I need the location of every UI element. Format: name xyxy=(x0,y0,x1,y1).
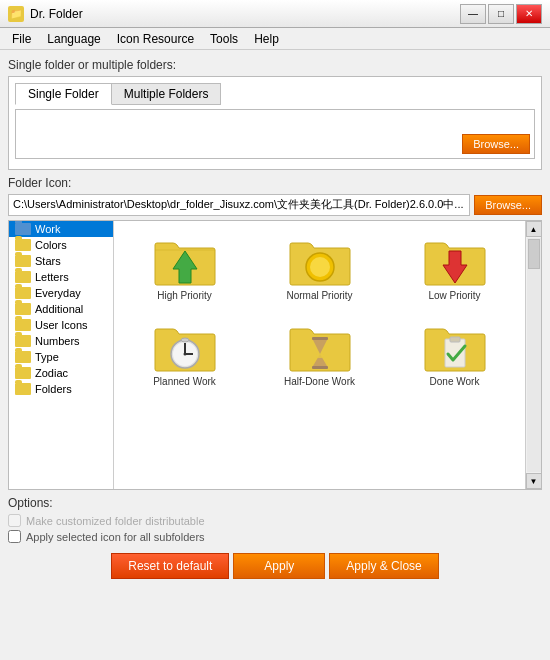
checkbox-subfolders-label: Apply selected icon for all subfolders xyxy=(26,531,205,543)
menu-language[interactable]: Language xyxy=(39,30,108,48)
folder-panel: Single Folder Multiple Folders Browse... xyxy=(8,76,542,170)
maximize-button[interactable]: □ xyxy=(488,4,514,24)
title-bar: 📁 Dr. Folder — □ ✕ xyxy=(0,0,550,28)
icon-normal-priority-label: Normal Priority xyxy=(286,290,352,301)
apply-button[interactable]: Apply xyxy=(233,553,325,579)
icon-normal-priority[interactable]: Normal Priority xyxy=(257,229,382,305)
browse-button-icon[interactable]: Browse... xyxy=(474,195,542,215)
icon-low-priority-label: Low Priority xyxy=(428,290,480,301)
checkbox-distributable[interactable] xyxy=(8,514,21,527)
scroll-up-arrow[interactable]: ▲ xyxy=(526,221,542,237)
icon-half-done-work[interactable]: Half-Done Work xyxy=(257,315,382,391)
menu-file[interactable]: File xyxy=(4,30,39,48)
cat-letters[interactable]: Letters xyxy=(9,269,113,285)
folder-input-area: Browse... xyxy=(15,109,535,159)
icon-planned-work-label: Planned Work xyxy=(153,376,216,387)
icon-half-done-work-label: Half-Done Work xyxy=(284,376,355,387)
icon-high-priority-label: High Priority xyxy=(157,290,211,301)
category-list: Work Colors Stars Letters Everyday Addit… xyxy=(9,221,114,489)
options-label: Options: xyxy=(8,496,542,510)
cat-work[interactable]: Work xyxy=(9,221,113,237)
icon-low-priority[interactable]: Low Priority xyxy=(392,229,517,305)
app-icon: 📁 xyxy=(8,6,24,22)
menu-bar: File Language Icon Resource Tools Help xyxy=(0,28,550,50)
checkbox-distributable-row: Make customized folder distributable xyxy=(8,514,542,527)
folder-section-label: Single folder or multiple folders: xyxy=(8,58,542,72)
menu-help[interactable]: Help xyxy=(246,30,287,48)
icon-done-work[interactable]: Done Work xyxy=(392,315,517,391)
options-section: Options: Make customized folder distribu… xyxy=(8,496,542,543)
cat-type[interactable]: Type xyxy=(9,349,113,365)
svg-point-12 xyxy=(316,354,324,358)
cat-stars[interactable]: Stars xyxy=(9,253,113,269)
svg-rect-14 xyxy=(450,337,460,342)
svg-point-2 xyxy=(310,257,330,277)
checkbox-distributable-label: Make customized folder distributable xyxy=(26,515,205,527)
checkbox-subfolders-row: Apply selected icon for all subfolders xyxy=(8,530,542,543)
scroll-down-arrow[interactable]: ▼ xyxy=(526,473,542,489)
svg-rect-11 xyxy=(312,366,328,369)
icon-path-display: C:\Users\Administrator\Desktop\dr_folder… xyxy=(8,194,470,216)
minimize-button[interactable]: — xyxy=(460,4,486,24)
reset-button[interactable]: Reset to default xyxy=(111,553,229,579)
cat-user-icons[interactable]: User Icons xyxy=(9,317,113,333)
close-button[interactable]: ✕ xyxy=(516,4,542,24)
scrollbar[interactable]: ▲ ▼ xyxy=(525,221,541,489)
icon-done-work-label: Done Work xyxy=(430,376,480,387)
window-title: Dr. Folder xyxy=(30,7,83,21)
svg-point-9 xyxy=(181,338,189,342)
folder-icon-label: Folder Icon: xyxy=(8,176,542,190)
cat-colors[interactable]: Colors xyxy=(9,237,113,253)
icon-planned-work[interactable]: Planned Work xyxy=(122,315,247,391)
browse-button-top[interactable]: Browse... xyxy=(462,134,530,154)
checkbox-subfolders[interactable] xyxy=(8,530,21,543)
cat-numbers[interactable]: Numbers xyxy=(9,333,113,349)
icon-high-priority[interactable]: High Priority xyxy=(122,229,247,305)
icon-grid-wrapper: High Priority Normal Priority xyxy=(114,221,525,489)
cat-folders[interactable]: Folders xyxy=(9,381,113,397)
apply-close-button[interactable]: Apply & Close xyxy=(329,553,438,579)
cat-zodiac[interactable]: Zodiac xyxy=(9,365,113,381)
tab-single-folder[interactable]: Single Folder xyxy=(15,83,112,105)
svg-rect-10 xyxy=(312,337,328,340)
tab-multiple-folders[interactable]: Multiple Folders xyxy=(111,83,222,105)
cat-additional[interactable]: Additional xyxy=(9,301,113,317)
menu-icon-resource[interactable]: Icon Resource xyxy=(109,30,202,48)
svg-point-8 xyxy=(183,353,186,356)
cat-everyday[interactable]: Everyday xyxy=(9,285,113,301)
icon-browser: Work Colors Stars Letters Everyday Addit… xyxy=(8,220,542,490)
bottom-bar: Reset to default Apply Apply & Close xyxy=(8,549,542,583)
menu-tools[interactable]: Tools xyxy=(202,30,246,48)
